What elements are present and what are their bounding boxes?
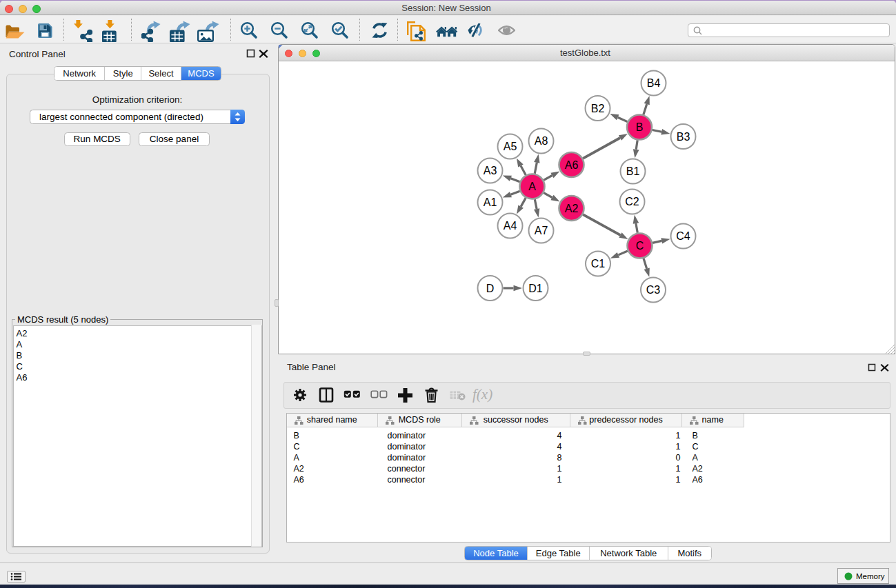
svg-text:B3: B3 xyxy=(677,131,690,143)
svg-text:A4: A4 xyxy=(504,220,517,232)
svg-text:A1: A1 xyxy=(484,196,497,208)
svg-text:A6: A6 xyxy=(565,159,579,171)
svg-text:C1: C1 xyxy=(591,258,606,270)
svg-text:B4: B4 xyxy=(647,77,661,89)
svg-text:C3: C3 xyxy=(646,284,661,296)
svg-text:A8: A8 xyxy=(535,135,548,147)
svg-text:A5: A5 xyxy=(504,141,517,152)
svg-text:A7: A7 xyxy=(535,225,548,236)
svg-text:B: B xyxy=(636,121,644,133)
svg-text:A: A xyxy=(528,181,536,192)
svg-text:C4: C4 xyxy=(676,230,690,242)
svg-text:C2: C2 xyxy=(625,196,639,207)
svg-text:D1: D1 xyxy=(528,283,543,294)
svg-text:B1: B1 xyxy=(626,165,640,177)
svg-text:C: C xyxy=(636,240,644,252)
svg-text:A2: A2 xyxy=(565,203,579,214)
svg-text:B2: B2 xyxy=(591,103,605,114)
svg-text:D: D xyxy=(486,283,495,294)
svg-text:A3: A3 xyxy=(484,165,497,176)
